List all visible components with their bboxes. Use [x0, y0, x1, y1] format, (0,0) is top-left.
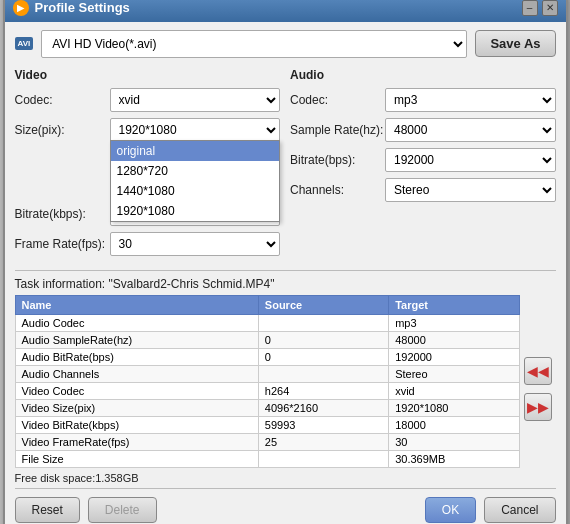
- close-button[interactable]: ✕: [542, 0, 558, 16]
- cell-source: 0: [258, 348, 388, 365]
- cell-target: 192000: [389, 348, 519, 365]
- table-row: Audio ChannelsStereo: [15, 365, 519, 382]
- cell-source: [258, 314, 388, 331]
- audio-channels-label: Channels:: [290, 183, 385, 197]
- cell-source: [258, 365, 388, 382]
- cell-target: 48000: [389, 331, 519, 348]
- video-size-row: Size(pix): 1920*1080 original 1280*720 1…: [15, 118, 281, 142]
- cell-target: 30: [389, 433, 519, 450]
- video-codec-row: Codec: xvid: [15, 88, 281, 112]
- video-size-label: Size(pix):: [15, 123, 110, 137]
- delete-button[interactable]: Delete: [88, 497, 157, 523]
- cell-name: Audio Codec: [15, 314, 258, 331]
- settings-panels: Video Codec: xvid Size(pix): 1920*1080 o…: [15, 68, 556, 262]
- cell-source: 59993: [258, 416, 388, 433]
- cell-target: xvid: [389, 382, 519, 399]
- cell-name: Audio SampleRate(hz): [15, 331, 258, 348]
- table-row: Video Codech264xvid: [15, 382, 519, 399]
- bottom-bar: Reset Delete OK Cancel: [15, 488, 556, 523]
- minimize-button[interactable]: –: [522, 0, 538, 16]
- table-row: File Size30.369MB: [15, 450, 519, 467]
- cell-name: Video Size(pix): [15, 399, 258, 416]
- cell-source: 25: [258, 433, 388, 450]
- cell-target: 30.369MB: [389, 450, 519, 467]
- video-size-select[interactable]: 1920*1080: [110, 118, 281, 142]
- audio-channels-row: Channels: Stereo: [290, 178, 556, 202]
- cell-source: h264: [258, 382, 388, 399]
- size-option-1440[interactable]: 1440*1080: [111, 181, 280, 201]
- size-option-1280[interactable]: 1280*720: [111, 161, 280, 181]
- divider: [15, 270, 556, 271]
- cell-name: Audio Channels: [15, 365, 258, 382]
- cell-target: 18000: [389, 416, 519, 433]
- disk-space: Free disk space:1.358GB: [15, 472, 520, 484]
- audio-samplerate-row: Sample Rate(hz): 48000: [290, 118, 556, 142]
- cell-source: [258, 450, 388, 467]
- table-section: Name Source Target Audio Codecmp3Audio S…: [15, 295, 520, 484]
- profile-settings-window: ▶ Profile Settings – ✕ AVI AVI HD Video(…: [3, 0, 568, 524]
- col-name: Name: [15, 295, 258, 314]
- info-table: Name Source Target Audio Codecmp3Audio S…: [15, 295, 520, 468]
- audio-samplerate-label: Sample Rate(hz):: [290, 123, 385, 137]
- audio-bitrate-select[interactable]: 192000: [385, 148, 556, 172]
- ok-button[interactable]: OK: [425, 497, 476, 523]
- title-bar-left: ▶ Profile Settings: [13, 0, 130, 16]
- cell-source: 4096*2160: [258, 399, 388, 416]
- audio-codec-select[interactable]: mp3: [385, 88, 556, 112]
- format-bar: AVI AVI HD Video(*.avi) Save As: [15, 30, 556, 58]
- cell-target: Stereo: [389, 365, 519, 382]
- audio-codec-label: Codec:: [290, 93, 385, 107]
- format-icon: AVI: [15, 37, 34, 50]
- save-as-button[interactable]: Save As: [475, 30, 555, 57]
- table-row: Video BitRate(kbps)5999318000: [15, 416, 519, 433]
- cell-name: Video BitRate(kbps): [15, 416, 258, 433]
- bottom-left: Reset Delete: [15, 497, 157, 523]
- cell-name: Audio BitRate(bps): [15, 348, 258, 365]
- title-controls: – ✕: [522, 0, 558, 16]
- next-button[interactable]: ▶▶: [524, 393, 552, 421]
- video-codec-label: Codec:: [15, 93, 110, 107]
- window-title: Profile Settings: [35, 0, 130, 15]
- video-framerate-label: Frame Rate(fps):: [15, 237, 110, 251]
- prev-button[interactable]: ◀◀: [524, 357, 552, 385]
- table-row: Video FrameRate(fps)2530: [15, 433, 519, 450]
- audio-samplerate-select[interactable]: 48000: [385, 118, 556, 142]
- cell-name: Video FrameRate(fps): [15, 433, 258, 450]
- audio-bitrate-row: Bitrate(bps): 192000: [290, 148, 556, 172]
- cell-name: Video Codec: [15, 382, 258, 399]
- size-option-1920[interactable]: 1920*1080: [111, 201, 280, 221]
- task-info: Task information: "Svalbard2-Chris Schmi…: [15, 277, 556, 291]
- table-row: Audio SampleRate(hz)048000: [15, 331, 519, 348]
- video-bitrate-label: Bitrate(kbps):: [15, 207, 110, 221]
- app-icon: ▶: [13, 0, 29, 16]
- table-row: Audio BitRate(bps)0192000: [15, 348, 519, 365]
- window-content: AVI AVI HD Video(*.avi) Save As Video Co…: [5, 22, 566, 525]
- audio-codec-row: Codec: mp3: [290, 88, 556, 112]
- video-framerate-select[interactable]: 30: [110, 232, 281, 256]
- nav-arrows: ◀◀ ▶▶: [520, 295, 556, 484]
- audio-channels-select[interactable]: Stereo: [385, 178, 556, 202]
- audio-panel-title: Audio: [290, 68, 556, 82]
- title-bar: ▶ Profile Settings – ✕: [5, 0, 566, 22]
- bottom-right: OK Cancel: [425, 497, 556, 523]
- reset-button[interactable]: Reset: [15, 497, 80, 523]
- size-option-original[interactable]: original: [111, 141, 280, 161]
- cancel-button[interactable]: Cancel: [484, 497, 555, 523]
- size-dropdown: original 1280*720 1440*1080 1920*1080: [110, 140, 281, 222]
- cell-target: 1920*1080: [389, 399, 519, 416]
- cell-target: mp3: [389, 314, 519, 331]
- video-panel: Video Codec: xvid Size(pix): 1920*1080 o…: [15, 68, 281, 262]
- video-panel-title: Video: [15, 68, 281, 82]
- col-source: Source: [258, 295, 388, 314]
- cell-source: 0: [258, 331, 388, 348]
- table-row: Video Size(pix)4096*21601920*1080: [15, 399, 519, 416]
- audio-bitrate-label: Bitrate(bps):: [290, 153, 385, 167]
- video-size-container: 1920*1080 original 1280*720 1440*1080 19…: [110, 118, 281, 142]
- format-select[interactable]: AVI HD Video(*.avi): [41, 30, 467, 58]
- video-codec-select[interactable]: xvid: [110, 88, 281, 112]
- table-row: Audio Codecmp3: [15, 314, 519, 331]
- cell-name: File Size: [15, 450, 258, 467]
- audio-panel: Audio Codec: mp3 Sample Rate(hz): 48000 …: [290, 68, 556, 262]
- col-target: Target: [389, 295, 519, 314]
- middle-section: Name Source Target Audio Codecmp3Audio S…: [15, 295, 556, 484]
